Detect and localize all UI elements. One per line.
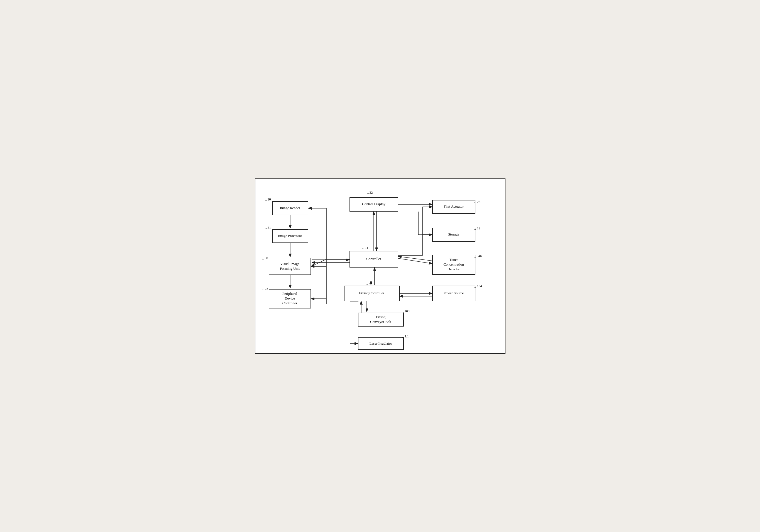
label-L1: L1 bbox=[405, 334, 409, 338]
controller-box: Controller bbox=[350, 251, 398, 268]
svg-line-21 bbox=[398, 258, 432, 264]
laser-box: Laser Irradiator bbox=[358, 337, 404, 350]
image-reader-box: Image Reader bbox=[272, 201, 308, 215]
peripheral-box: PeripheralDeviceController bbox=[269, 289, 311, 308]
label-103: 103 bbox=[404, 309, 410, 313]
toner-box: TonerConcentrationDetector bbox=[432, 255, 475, 275]
label-50: 50 bbox=[265, 256, 268, 260]
first-actuator-label: First Actuator bbox=[444, 204, 464, 209]
label-22: 22 bbox=[369, 191, 373, 195]
control-display-label: Control Display bbox=[362, 202, 385, 206]
tilde-21: ~ bbox=[265, 227, 267, 231]
tilde-104: ~ bbox=[474, 285, 477, 290]
label-104: 104 bbox=[477, 284, 482, 288]
tilde-22: ~ bbox=[367, 192, 369, 196]
visual-image-box: Visual ImageForming Unit bbox=[269, 258, 311, 275]
label-20: 20 bbox=[268, 198, 271, 201]
image-processor-box: Image Processor bbox=[272, 229, 308, 243]
label-26: 26 bbox=[477, 200, 480, 204]
fixing-controller-box: Fixing Controller bbox=[344, 286, 400, 301]
page: Image Reader Image Processor Visual Imag… bbox=[255, 178, 505, 354]
power-source-label: Power Source bbox=[444, 291, 464, 296]
tilde-26: ~ bbox=[474, 201, 477, 205]
tilde-L1: ~ bbox=[403, 335, 404, 340]
label-21: 21 bbox=[268, 226, 271, 230]
control-display-box: Control Display bbox=[350, 197, 398, 211]
tilde-20: ~ bbox=[265, 199, 267, 203]
svg-line-22 bbox=[398, 256, 432, 261]
peripheral-label: PeripheralDeviceController bbox=[282, 291, 297, 306]
first-actuator-box: First Actuator bbox=[432, 200, 475, 214]
label-11: 11 bbox=[365, 246, 368, 250]
image-reader-label: Image Reader bbox=[280, 206, 300, 210]
toner-label: TonerConcentrationDetector bbox=[443, 257, 464, 272]
storage-box: Storage bbox=[432, 228, 475, 242]
tilde-54b: ~ bbox=[474, 255, 477, 260]
tilde-24: ~ bbox=[366, 282, 368, 287]
fixing-belt-box: FixingConveyor Belt bbox=[358, 313, 404, 327]
image-processor-label: Image Processor bbox=[278, 234, 302, 238]
power-source-box: Power Source bbox=[432, 286, 475, 301]
svg-line-11 bbox=[311, 259, 326, 266]
label-23: 23 bbox=[265, 287, 268, 291]
visual-image-label: Visual ImageForming Unit bbox=[280, 262, 300, 271]
tilde-103: ~ bbox=[402, 310, 404, 315]
tilde-23: ~ bbox=[262, 288, 264, 292]
diagram: Image Reader Image Processor Visual Imag… bbox=[261, 185, 499, 348]
storage-label: Storage bbox=[448, 232, 459, 237]
fixing-controller-label: Fixing Controller bbox=[359, 291, 384, 296]
fixing-belt-label: FixingConveyor Belt bbox=[370, 315, 391, 324]
tilde-12: ~ bbox=[474, 227, 477, 232]
laser-label: Laser Irradiator bbox=[369, 341, 392, 346]
label-24: 24 bbox=[369, 281, 372, 285]
label-54b: 54b bbox=[477, 254, 482, 258]
controller-label: Controller bbox=[366, 257, 381, 261]
tilde-50: ~ bbox=[262, 257, 264, 262]
tilde-11: ~ bbox=[362, 247, 364, 251]
label-12: 12 bbox=[477, 226, 480, 231]
